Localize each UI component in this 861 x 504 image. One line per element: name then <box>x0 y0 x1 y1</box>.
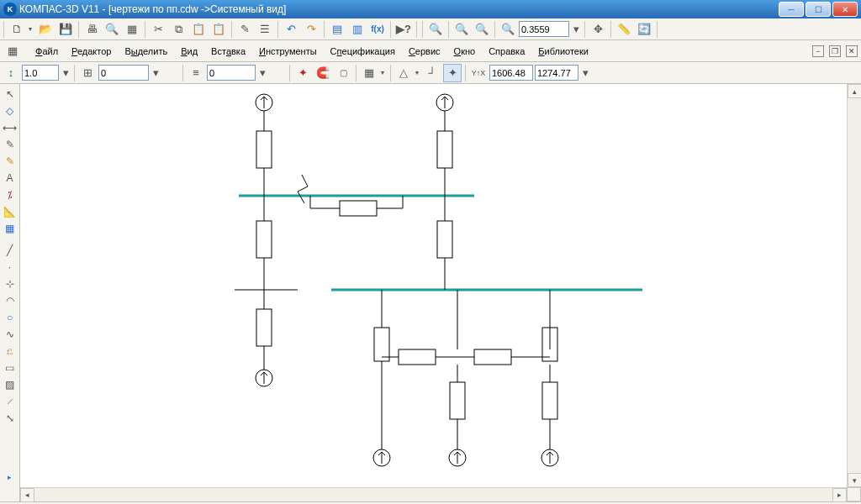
vertical-scrollbar[interactable]: ▴ ▾ <box>847 84 861 487</box>
menu-libs[interactable]: Библиотеки <box>535 44 592 59</box>
brush-icon[interactable]: ✎ <box>235 20 254 39</box>
trim-tool-icon[interactable]: ⟋ <box>2 393 18 410</box>
manager-icon[interactable]: ▤ <box>328 20 346 39</box>
line-tool-icon[interactable]: ╱ <box>2 242 18 259</box>
layer-input[interactable] <box>207 65 256 81</box>
menu-help[interactable]: Справка <box>485 44 528 59</box>
cut-icon[interactable]: ✂ <box>149 20 167 39</box>
notation-tool-icon[interactable]: ✎ <box>2 136 18 153</box>
zoom-window-icon[interactable]: 🔍 <box>499 20 517 39</box>
help-icon[interactable]: ▶? <box>394 20 413 39</box>
pan-icon[interactable]: ✥ <box>589 20 607 39</box>
geometry-tool-icon[interactable]: ◇ <box>2 102 18 119</box>
page-icon[interactable]: ▦ <box>123 20 141 39</box>
clipboard-icon[interactable]: 📋 <box>209 20 228 39</box>
minimize-button[interactable]: ─ <box>779 2 804 17</box>
dimensions-tool-icon[interactable]: ⟷ <box>2 119 18 136</box>
mdi-minimize-button[interactable]: − <box>812 45 824 57</box>
step-icon[interactable]: ⊞ <box>78 64 97 82</box>
chevron-down-icon[interactable]: ▾ <box>571 20 581 39</box>
print-preview-icon[interactable]: 🔍 <box>103 20 121 39</box>
scroll-left-button[interactable]: ◂ <box>20 488 34 502</box>
menu-service[interactable]: Сервис <box>405 44 444 59</box>
undo-icon[interactable]: ↶ <box>282 20 300 39</box>
coord-icon[interactable]: Y↑X <box>469 64 488 82</box>
zoom-fit-icon[interactable]: 🔍 <box>426 20 445 39</box>
svg-rect-28 <box>437 221 452 258</box>
mdi-restore-button[interactable]: ❐ <box>829 45 841 57</box>
snap-magnet-icon[interactable]: 🧲 <box>314 64 332 82</box>
local-cs-icon[interactable]: ✦ <box>443 64 462 82</box>
horizontal-scrollbar[interactable]: ◂ ▸ <box>20 487 847 501</box>
close-button[interactable]: ✕ <box>832 2 858 17</box>
paste-icon[interactable]: 📋 <box>189 20 208 39</box>
coord-x-input[interactable] <box>489 65 533 81</box>
copy-icon[interactable]: ⧉ <box>169 20 188 39</box>
zoom-in-icon[interactable]: 🔍 <box>452 20 471 39</box>
extend-tool-icon[interactable]: ⤡ <box>2 410 18 427</box>
hatch-tool-icon[interactable]: ▨ <box>2 376 18 393</box>
grid-icon[interactable]: ▦ <box>360 64 378 82</box>
coord-y-input[interactable] <box>535 65 578 81</box>
circle-tool-icon[interactable]: ○ <box>2 309 18 326</box>
menu-file[interactable]: ФФайлайл <box>32 44 61 59</box>
maximize-button[interactable]: ☐ <box>806 2 831 17</box>
ortho-lock-icon[interactable]: ▢ <box>334 64 352 82</box>
zoom-out-icon[interactable]: 🔍 <box>473 20 491 39</box>
variables-icon[interactable]: ▥ <box>348 20 367 39</box>
table-tool-icon[interactable]: ▦ <box>2 220 18 237</box>
layer-icon[interactable]: ≡ <box>187 64 205 82</box>
measure-icon[interactable]: 📏 <box>615 20 633 39</box>
zoom-input[interactable] <box>519 21 569 37</box>
chevron-down-icon[interactable]: ▾ <box>580 64 590 82</box>
doc-icon[interactable]: ▦ <box>3 42 22 60</box>
menu-select[interactable]: Выделить <box>121 44 171 59</box>
ortho-icon[interactable]: ┘ <box>423 64 441 82</box>
arc-tool-icon[interactable]: ◠ <box>2 292 18 309</box>
chevron-down-icon[interactable]: ▾ <box>26 20 34 39</box>
select-tool-icon[interactable]: ↖ <box>2 86 18 102</box>
state-icon[interactable]: ↕ <box>2 64 20 82</box>
rect-tool-icon[interactable]: ▭ <box>2 360 18 376</box>
scale-input[interactable] <box>22 65 59 81</box>
scroll-down-button[interactable]: ▾ <box>848 473 862 487</box>
axis-tool-icon[interactable]: ⊹ <box>2 276 18 292</box>
chevron-down-icon[interactable]: ▾ <box>413 64 421 82</box>
menu-editor[interactable]: Редактор <box>68 44 114 59</box>
chevron-down-icon[interactable]: ▾ <box>257 64 267 82</box>
snap-near-icon[interactable]: △ <box>394 64 413 82</box>
properties-icon[interactable]: ☰ <box>256 20 274 39</box>
chevron-down-icon[interactable]: ▾ <box>378 64 387 82</box>
scroll-right-button[interactable]: ▸ <box>832 488 847 502</box>
menu-insert[interactable]: Вставка <box>208 44 249 59</box>
rebuild-icon[interactable]: 🔄 <box>635 20 653 39</box>
svg-rect-36 <box>374 328 389 361</box>
offset-tool-icon[interactable]: ⎌ <box>2 343 18 360</box>
snap-point-icon[interactable]: ✦ <box>293 64 312 82</box>
chevron-down-icon[interactable]: ▾ <box>61 64 71 82</box>
measure-tool-icon[interactable]: 📐 <box>2 203 18 220</box>
point-tool-icon[interactable]: · <box>2 259 18 276</box>
edit-tool-icon[interactable]: ✎ <box>2 153 18 170</box>
redo-icon[interactable]: ↷ <box>302 20 320 39</box>
print-icon[interactable]: 🖶 <box>82 20 101 39</box>
chevron-down-icon[interactable]: ▾ <box>151 64 161 82</box>
open-icon[interactable]: 📂 <box>36 20 55 39</box>
menu-view[interactable]: Вид <box>177 44 201 59</box>
scroll-up-button[interactable]: ▴ <box>848 84 862 98</box>
mdi-close-button[interactable]: ✕ <box>846 45 858 57</box>
menu-tools[interactable]: Инструменты <box>256 44 320 59</box>
save-icon[interactable]: 💾 <box>56 20 75 39</box>
menu-window[interactable]: Окно <box>451 44 479 59</box>
fx-icon[interactable]: f(x) <box>368 20 387 39</box>
scrollbar-corner <box>847 487 861 501</box>
drawing-canvas[interactable] <box>20 84 847 487</box>
expand-icon[interactable]: ▸ <box>2 469 18 486</box>
text-tool-icon[interactable]: A <box>2 170 18 186</box>
step-input[interactable] <box>98 65 149 81</box>
new-doc-icon[interactable]: 🗋 <box>8 20 26 39</box>
menu-spec[interactable]: Спецификация <box>327 44 399 59</box>
menubar: ▦ ФФайлайл Редактор Выделить Вид Вставка… <box>0 40 861 62</box>
spline-tool-icon[interactable]: ∿ <box>2 326 18 343</box>
param-tool-icon[interactable]: ⁒ <box>2 186 18 203</box>
